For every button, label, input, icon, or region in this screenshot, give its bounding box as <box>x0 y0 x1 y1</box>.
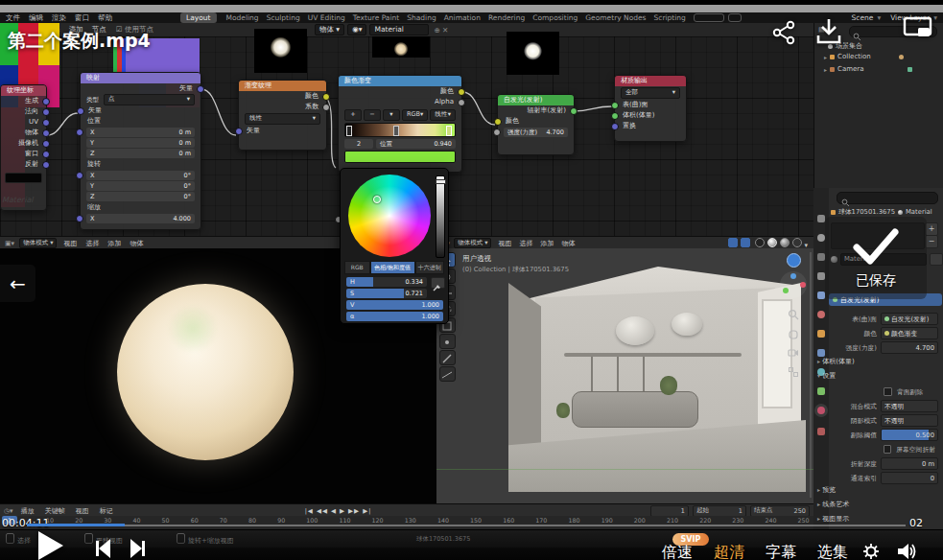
alpha-slider[interactable]: α1.000 <box>346 312 443 321</box>
output-socket[interactable] <box>42 161 50 169</box>
surface-shader-select[interactable]: 自发光(发射) <box>881 313 938 325</box>
ssr-checkbox[interactable]: 屏幕空间折射 <box>881 444 938 455</box>
workspace-extra-button[interactable] <box>694 13 724 22</box>
hue-slider[interactable]: H0.334 <box>346 277 427 287</box>
menu-item[interactable]: 帮助 <box>98 13 112 23</box>
node-header[interactable]: 映射 <box>81 73 200 83</box>
axis-z-dot[interactable] <box>790 273 796 279</box>
frame-end-field[interactable]: 结束点250 <box>750 505 810 517</box>
share-icon[interactable] <box>771 19 798 50</box>
node-emission[interactable]: 自发光(发射) 辐射率(发射) 颜色 强度(力度)4.700 <box>497 94 575 155</box>
timeline-menu-item[interactable]: 标记 <box>100 506 113 516</box>
value-slider-handle[interactable] <box>436 179 446 184</box>
viewport-right-canvas[interactable]: 用户透视 (0) Collection | 球体170501.3675 <box>436 248 813 503</box>
tab-viewlayer-icon[interactable] <box>817 272 825 280</box>
output-socket[interactable] <box>322 104 330 111</box>
input-socket[interactable] <box>77 107 84 115</box>
editor-type-icon[interactable]: ◷▾ <box>4 507 13 515</box>
shadow-mode-dropdown[interactable]: 不透明 <box>881 414 938 427</box>
viewport-menu-item[interactable]: 选择 <box>85 239 99 248</box>
section-volume[interactable]: ▸ 体积(体量) <box>817 357 855 366</box>
workspace-tab[interactable]: Animation <box>444 13 481 22</box>
mode-dropdown[interactable]: 物体模式 ▾ <box>19 238 57 248</box>
volume-icon[interactable] <box>896 542 917 560</box>
ramp-options-button[interactable]: ▾ <box>383 109 400 121</box>
input-socket[interactable] <box>76 172 83 179</box>
collapsed-section[interactable]: ▸ 视图显示 <box>817 514 856 524</box>
ramp-stop-handle[interactable] <box>393 126 399 136</box>
workspace-tab[interactable]: Modeling <box>226 13 259 22</box>
tab-output-icon[interactable] <box>817 253 825 261</box>
workspace-tab[interactable]: Rendering <box>488 13 525 22</box>
tool-annotate[interactable] <box>439 350 456 365</box>
menu-item[interactable]: 文件 <box>6 13 20 23</box>
scene-dropdown-caret[interactable]: ▾ <box>877 13 881 22</box>
output-socket[interactable] <box>42 108 50 116</box>
strength-slider[interactable]: 4.700 <box>881 341 938 354</box>
tab-scene-icon[interactable] <box>817 292 825 299</box>
color-wheel[interactable] <box>348 175 431 257</box>
timeline-menu-item[interactable]: 播放 <box>21 506 35 516</box>
mapping-type-dropdown[interactable]: 点▾ <box>104 94 195 105</box>
timeline-menu-item[interactable]: 关键帧 <box>45 506 65 516</box>
viewport-menu-item[interactable]: 物体 <box>561 239 575 248</box>
eyedropper-icon[interactable] <box>431 277 445 289</box>
workspace-tab[interactable]: Scripting <box>654 13 686 22</box>
wheel-cursor[interactable] <box>373 196 381 203</box>
menu-item[interactable]: 编辑 <box>29 13 43 23</box>
axis-y-dot[interactable] <box>783 288 789 293</box>
collapsed-section[interactable]: ▸ 预览 <box>817 485 856 495</box>
vector-field[interactable]: Z0° <box>86 192 195 201</box>
backface-culling-checkbox[interactable]: 背面剔除 <box>881 386 938 397</box>
gradient-interp-dropdown[interactable]: 线性▾ <box>245 113 320 125</box>
outliner-item-collection[interactable]: ▸Collection <box>824 53 904 60</box>
axis-x-dot[interactable] <box>800 282 806 288</box>
input-socket[interactable] <box>494 118 502 126</box>
tab-tool-icon[interactable] <box>817 215 825 222</box>
color-swatch-field[interactable] <box>5 173 42 183</box>
slot-remove-button[interactable]: − <box>925 235 938 248</box>
settings-gear-icon[interactable] <box>861 543 881 560</box>
toggle-perspective-icon[interactable] <box>788 363 799 382</box>
playback-controls[interactable]: |◀ ◀◀ ◀ ▶ ▶▶ ▶| <box>305 507 372 515</box>
prev-episode-button[interactable] <box>96 539 110 558</box>
viewport-menu-item[interactable]: 选择 <box>519 239 532 248</box>
tool-transform[interactable] <box>439 334 456 349</box>
input-socket[interactable] <box>235 128 243 135</box>
refraction-depth-field[interactable]: 0 m <box>881 457 938 470</box>
shader-target-dropdown[interactable]: 物体 ▾ <box>315 24 344 35</box>
ramp-interp-dropdown[interactable]: 线性▾ <box>430 109 456 121</box>
frame-start-field[interactable]: 起始1 <box>693 505 746 517</box>
node-mapping[interactable]: 映射 矢量 类型 点▾ 矢量 位置 X0 m Y0 m Z0 m 旋转 X0° … <box>80 72 201 230</box>
blend-mode-dropdown[interactable]: 不透明 <box>881 400 938 412</box>
output-target-dropdown[interactable]: 全部▾ <box>621 87 680 99</box>
seek-bar-progress[interactable] <box>27 524 125 526</box>
node-header[interactable]: 自发光(发射) <box>498 95 574 105</box>
input-socket[interactable] <box>76 128 83 136</box>
value-field-slider[interactable]: V1.000 <box>346 300 443 310</box>
tool-measure[interactable] <box>439 366 456 382</box>
ramp-index-field[interactable]: 2 <box>344 139 373 149</box>
workspace-add-button[interactable] <box>728 13 742 22</box>
input-socket[interactable] <box>611 112 619 120</box>
section-settings[interactable]: ▾ 设置 <box>817 371 836 381</box>
node-texture-coordinate[interactable]: 纹理坐标 生成法向UV物体摄像机窗口反射 <box>0 84 47 211</box>
material-action-icons[interactable]: ⊕ ✕ <box>434 26 448 35</box>
ramp-stop-handle-active[interactable] <box>446 126 452 136</box>
output-socket[interactable] <box>458 88 465 96</box>
workspace-tab[interactable]: Geometry Nodes <box>585 13 646 22</box>
workspace-tab[interactable]: Texture Paint <box>353 13 399 22</box>
workspace-tab[interactable]: Compositing <box>532 13 578 22</box>
next-episode-button[interactable] <box>130 539 145 558</box>
theater-mode-icon[interactable] <box>902 14 934 47</box>
vector-field[interactable]: Y0 m <box>86 138 195 148</box>
navigation-gizmo[interactable] <box>780 271 807 298</box>
output-socket[interactable] <box>42 129 50 137</box>
output-socket[interactable] <box>42 119 50 127</box>
vector-field[interactable]: Z0 m <box>86 149 195 158</box>
viewport-scrollbar[interactable] <box>810 252 812 498</box>
color-input-select[interactable]: 颜色渐变 <box>881 327 938 339</box>
properties-search-input[interactable] <box>837 192 938 204</box>
fake-user-button[interactable] <box>930 253 943 266</box>
subtitles-button[interactable]: 字幕 <box>766 543 796 560</box>
